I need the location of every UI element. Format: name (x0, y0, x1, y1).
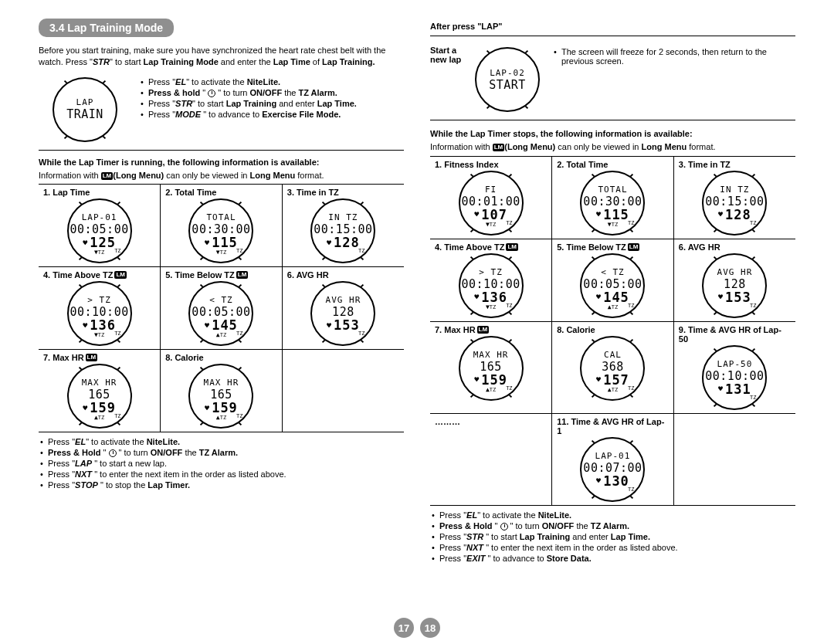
grid-cell: 5. Time Below TZ LM < TZ 00:05:00 ♥145 T… (552, 239, 674, 321)
grid-cell: 5. Time Below TZ LM < TZ 00:05:00 ♥145 T… (161, 267, 283, 350)
grid-cell: 7. Max HR LM MAX HR 165 ♥159 TZ ▲TZ (430, 321, 552, 413)
lm-badge-icon: LM (628, 243, 640, 251)
lm-badge-icon: LM (86, 354, 98, 361)
cell-title: 4. Time Above TZ LM (435, 242, 547, 252)
cell-title: 3. Time in TZ (679, 160, 791, 169)
grid-cell: 4. Time Above TZ LM > TZ 00:10:00 ♥136 T… (430, 239, 552, 321)
page-num-right: 18 (420, 618, 440, 638)
watch-face: LAP-50 00:10:00 ♥131 TZ (702, 345, 767, 410)
left-column: 3.4 Lap Training Mode Before you start t… (39, 19, 404, 564)
grid-cell: ……… (430, 413, 552, 505)
cell-title: ……… (435, 417, 547, 426)
watch-face: MAX HR 165 ♥159 TZ ▲TZ (188, 364, 253, 429)
cell-title: 7. Max HR LM (435, 325, 547, 334)
cell-title: 6. AVG HR (287, 270, 399, 280)
watch-lap02-start: LAP-02 START (475, 47, 540, 112)
watch-face: TOTAL 00:30:00 ♥115 TZ ▼TZ (188, 198, 253, 263)
watch-face: < TZ 00:05:00 ♥145 TZ ▲TZ (188, 281, 253, 346)
clock-icon (208, 90, 215, 97)
stops-header: While the Lap Timer stops, the following… (430, 128, 795, 140)
watch-face: CAL 368 ♥157 TZ ▲TZ (580, 336, 645, 401)
intro-paragraph: Before you start training, make sure you… (39, 45, 404, 68)
cell-title: 1. Fitness Index (435, 160, 547, 169)
cell-title: 9. Time & AVG HR of Lap-50 (679, 325, 791, 344)
cell-title: 5. Time Below TZ LM (165, 270, 277, 280)
watch-face: MAX HR 165 ♥159 TZ ▲TZ (459, 336, 524, 401)
lm-badge-icon: LM (493, 144, 505, 151)
page-numbers: 17 18 (394, 618, 440, 638)
grid-cell: 8. Calorie MAX HR 165 ♥159 TZ ▲TZ (161, 350, 283, 432)
grid-cell: 2. Total Time TOTAL 00:30:00 ♥115 TZ ▼TZ (552, 156, 674, 239)
running-header: While the Lap Timer is running, the foll… (39, 157, 404, 168)
watch-face: AVG HR 128 ♥153 TZ (310, 281, 375, 346)
watch-face: IN TZ 00:15:00 ♥128 TZ (310, 198, 375, 263)
cell-title: 8. Calorie (165, 353, 277, 362)
cell-title: 6. AVG HR (679, 242, 791, 252)
lm-badge-icon: LM (236, 271, 249, 279)
lm-note: Information with LM(Long Menu) can only … (39, 170, 404, 181)
lm-note-right: Information with LM(Long Menu) can only … (430, 141, 795, 153)
watch-face: > TZ 00:10:00 ♥136 TZ ▼TZ (459, 253, 524, 318)
watch-face: MAX HR 165 ♥159 TZ ▲TZ (67, 364, 132, 429)
lm-badge-icon: LM (114, 271, 127, 279)
clock-icon (109, 449, 117, 457)
left-footer-list: Press "EL" to activate the NiteLite. Pre… (39, 437, 404, 490)
page-num-left: 17 (394, 618, 414, 638)
cell-title: 3. Time in TZ (287, 188, 399, 197)
right-column: After press "LAP" Start a new lap LAP-02… (430, 19, 795, 564)
cell-title: 8. Calorie (557, 325, 669, 334)
grid-cell: 3. Time in TZ IN TZ 00:15:00 ♥128 TZ (282, 185, 404, 267)
grid-cell: 8. Calorie CAL 368 ♥157 TZ ▲TZ (552, 321, 674, 413)
cell-title: 11. Time & AVG HR of Lap-1 (557, 417, 669, 436)
grid-cell: 2. Total Time TOTAL 00:30:00 ♥115 TZ ▼TZ (161, 185, 283, 267)
clock-icon (500, 523, 508, 530)
watch-face: IN TZ 00:15:00 ♥128 TZ (702, 171, 767, 236)
watch-face: > TZ 00:10:00 ♥136 TZ ▼TZ (67, 281, 132, 346)
grid-cell: 6. AVG HR AVG HR 128 ♥153 TZ (282, 267, 404, 350)
watch-lap-train: LAP TRAIN (53, 77, 117, 142)
intro-bullets: Press "EL" to activate the NiteLite. Pre… (139, 76, 404, 142)
cell-title: 5. Time Below TZ LM (557, 242, 669, 252)
grid-cell-empty (282, 350, 404, 432)
cell-title: 4. Time Above TZ LM (43, 270, 155, 280)
grid-cell: 3. Time in TZ IN TZ 00:15:00 ♥128 TZ (673, 156, 795, 239)
cell-title: 1. Lap Time (43, 188, 155, 197)
watch-face: AVG HR 128 ♥153 TZ (702, 253, 767, 318)
left-grid: 1. Lap Time LAP-01 00:05:00 ♥125 TZ ▼TZ … (39, 184, 404, 432)
lm-badge-icon: LM (477, 326, 490, 334)
grid-cell: 1. Fitness Index FI 00:01:00 ♥107 TZ ▼TZ (430, 156, 552, 239)
right-footer-list: Press "EL" to activate the NiteLite. Pre… (430, 510, 795, 563)
cell-title: 2. Total Time (557, 160, 669, 169)
section-title: 3.4 Lap Training Mode (39, 19, 174, 37)
watch-face: TOTAL 00:30:00 ♥115 TZ ▼TZ (580, 171, 645, 236)
grid-cell: 9. Time & AVG HR of Lap-50 LAP-50 00:10:… (673, 321, 795, 413)
grid-cell-empty (673, 413, 795, 505)
grid-cell: 7. Max HR LM MAX HR 165 ♥159 TZ ▲TZ (39, 350, 161, 432)
start-lap-row: Start a new lap LAP-02 START The screen … (430, 41, 795, 120)
intro-block: LAP TRAIN Press "EL" to activate the Nit… (39, 76, 404, 151)
watch-face: FI 00:01:00 ♥107 TZ ▼TZ (459, 171, 524, 236)
grid-cell: 1. Lap Time LAP-01 00:05:00 ♥125 TZ ▼TZ (39, 185, 161, 267)
after-press-heading: After press "LAP" (430, 22, 795, 31)
lm-badge-icon: LM (101, 172, 114, 180)
watch-face: LAP-01 00:05:00 ♥125 TZ ▼TZ (67, 198, 132, 263)
grid-cell: 11. Time & AVG HR of Lap-1 LAP-01 00:07:… (552, 413, 674, 505)
watch-face: LAP-01 00:07:00 ♥130 TZ (580, 437, 645, 502)
right-grid: 1. Fitness Index FI 00:01:00 ♥107 TZ ▼TZ… (430, 156, 795, 506)
watch-face: < TZ 00:05:00 ♥145 TZ ▲TZ (580, 253, 645, 318)
cell-title: 2. Total Time (165, 188, 277, 197)
cell-title: 7. Max HR LM (43, 353, 155, 362)
lm-badge-icon: LM (506, 243, 518, 251)
grid-cell: 6. AVG HR AVG HR 128 ♥153 TZ (673, 239, 795, 321)
grid-cell: 4. Time Above TZ LM > TZ 00:10:00 ♥136 T… (39, 267, 161, 350)
